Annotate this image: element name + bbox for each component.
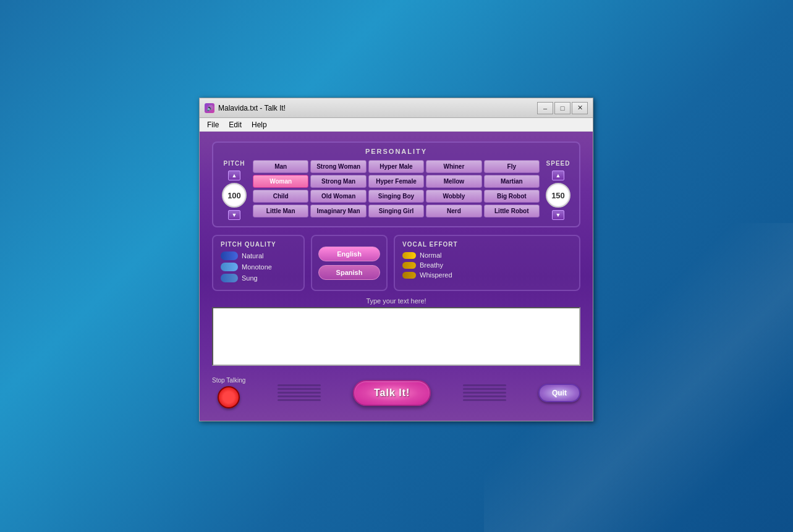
spanish-button[interactable]: Spanish — [318, 265, 380, 280]
grille-line-5 — [278, 399, 321, 401]
vocal-effort-box: VOCAL EFFORT Normal Breathy Whispered — [394, 235, 580, 291]
sung-label: Sung — [242, 274, 258, 282]
pitch-quality-box: PITCH QUALITY Natural Monotone Sung — [212, 235, 305, 291]
grille-line-r2 — [463, 388, 506, 390]
menu-edit[interactable]: Edit — [224, 119, 247, 130]
stop-column: Stop Talking — [212, 377, 245, 408]
quit-button[interactable]: Quit — [538, 384, 580, 402]
normal-effort-radio[interactable] — [402, 252, 416, 259]
vocal-normal-row: Normal — [402, 251, 572, 259]
app-icon: 🔊 — [205, 103, 214, 113]
personality-btn-strong-woman[interactable]: Strong Woman — [310, 160, 366, 173]
pitch-quality-monotone-row: Monotone — [221, 263, 296, 271]
language-box: English Spanish — [311, 235, 388, 291]
personality-btn-strong-man[interactable]: Strong Man — [310, 175, 366, 188]
stop-button[interactable] — [218, 386, 240, 408]
personality-btn-little-man[interactable]: Little Man — [253, 205, 308, 217]
personality-btn-old-woman[interactable]: Old Woman — [310, 190, 366, 203]
grille-line-r3 — [463, 392, 506, 394]
whispered-label: Whispered — [420, 271, 452, 279]
personality-btn-martian[interactable]: Martian — [484, 175, 540, 188]
monotone-radio[interactable] — [221, 263, 238, 271]
window-title: Malavida.txt - Talk It! — [218, 104, 537, 112]
natural-label: Natural — [242, 252, 263, 260]
pitch-quality-label: PITCH QUALITY — [221, 241, 296, 248]
natural-radio[interactable] — [221, 251, 238, 260]
pitch-up-button[interactable]: ▲ — [228, 171, 240, 180]
english-button[interactable]: English — [318, 247, 380, 261]
close-button[interactable]: ✕ — [572, 102, 588, 114]
vocal-whispered-row: Whispered — [402, 271, 572, 279]
speed-down-button[interactable]: ▼ — [552, 210, 564, 220]
normal-effort-label: Normal — [420, 251, 441, 259]
menu-help[interactable]: Help — [247, 119, 272, 130]
breathy-label: Breathy — [420, 261, 443, 269]
speed-column: SPEED ▲ 150 ▼ — [543, 160, 573, 220]
personality-btn-man[interactable]: Man — [253, 160, 308, 173]
sung-radio[interactable] — [221, 274, 238, 282]
speed-value: 150 — [546, 183, 570, 208]
monotone-label: Monotone — [242, 263, 272, 271]
grille-line-r4 — [463, 395, 506, 397]
personality-btn-wobbly[interactable]: Wobbly — [426, 190, 481, 203]
personality-btn-nerd[interactable]: Nerd — [426, 205, 481, 217]
personality-section: PERSONALITY PITCH ▲ 100 ▼ ManStrong Woma… — [212, 141, 580, 227]
personality-title: PERSONALITY — [219, 148, 573, 155]
textarea-hint: Type your text here! — [212, 297, 580, 305]
pitch-quality-sung-row: Sung — [221, 274, 296, 282]
stop-label: Stop Talking — [212, 377, 245, 384]
grille-line-3 — [278, 392, 321, 394]
maximize-button[interactable]: □ — [554, 102, 570, 114]
menubar: File Edit Help — [200, 118, 593, 132]
bottom-row: Stop Talking Talk It! Quit — [212, 377, 580, 408]
personality-btn-imaginary-man[interactable]: Imaginary Man — [310, 205, 366, 217]
controls-row: PITCH QUALITY Natural Monotone Sung Engl… — [212, 235, 580, 291]
pitch-value: 100 — [222, 183, 247, 208]
pitch-label: PITCH — [224, 160, 245, 167]
right-speaker — [458, 382, 511, 403]
app-body: PERSONALITY PITCH ▲ 100 ▼ ManStrong Woma… — [200, 132, 593, 421]
personality-btn-big-robot[interactable]: Big Robot — [484, 190, 540, 203]
talk-button[interactable]: Talk It! — [353, 380, 431, 406]
personality-btn-fly[interactable]: Fly — [484, 160, 540, 173]
textarea-section: Type your text here! — [212, 297, 580, 368]
vocal-breathy-row: Breathy — [402, 261, 572, 269]
grille-line-4 — [278, 395, 321, 397]
grille-line-1 — [278, 384, 321, 386]
speed-label: SPEED — [546, 160, 570, 167]
breathy-radio[interactable] — [402, 262, 416, 269]
left-speaker — [273, 382, 326, 403]
grille-line-r1 — [463, 384, 506, 386]
titlebar: 🔊 Malavida.txt - Talk It! – □ ✕ — [200, 98, 593, 118]
personality-btn-singing-girl[interactable]: Singing Girl — [368, 205, 424, 217]
minimize-button[interactable]: – — [537, 102, 553, 114]
personality-btn-hyper-male[interactable]: Hyper Male — [368, 160, 424, 173]
menu-file[interactable]: File — [202, 119, 224, 130]
personality-inner: PITCH ▲ 100 ▼ ManStrong WomanHyper MaleW… — [219, 160, 573, 220]
speed-up-button[interactable]: ▲ — [552, 171, 564, 180]
personality-btn-hyper-female[interactable]: Hyper Female — [368, 175, 424, 188]
personality-btn-singing-boy[interactable]: Singing Boy — [368, 190, 424, 203]
pitch-column: PITCH ▲ 100 ▼ — [219, 160, 249, 220]
personality-btn-whiner[interactable]: Whiner — [426, 160, 481, 173]
pitch-quality-natural-row: Natural — [221, 251, 296, 260]
pitch-down-button[interactable]: ▼ — [228, 210, 240, 220]
text-input[interactable] — [212, 307, 580, 366]
personality-btn-child[interactable]: Child — [253, 190, 308, 203]
grille-line-2 — [278, 388, 321, 390]
personality-btn-mellow[interactable]: Mellow — [426, 175, 481, 188]
grille-line-r5 — [463, 399, 506, 401]
whispered-radio[interactable] — [402, 272, 416, 279]
vocal-effort-label: VOCAL EFFORT — [402, 241, 572, 248]
personality-btn-little-robot[interactable]: Little Robot — [484, 205, 540, 217]
personality-grid: ManStrong WomanHyper MaleWhinerFlyWomanS… — [253, 160, 540, 217]
window-controls: – □ ✕ — [537, 102, 588, 114]
personality-btn-woman[interactable]: Woman — [253, 175, 308, 188]
application-window: 🔊 Malavida.txt - Talk It! – □ ✕ File Edi… — [199, 98, 593, 421]
